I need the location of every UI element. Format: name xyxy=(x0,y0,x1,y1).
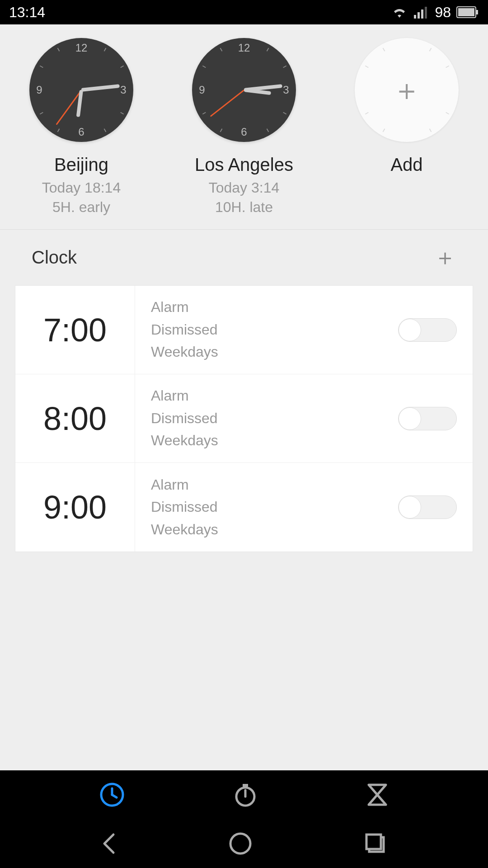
alarm-time: 7:00 xyxy=(15,286,135,374)
svg-rect-2 xyxy=(421,9,423,19)
add-world-clock-button[interactable]: ＋ Add xyxy=(339,38,474,216)
svg-rect-6 xyxy=(476,10,478,14)
alarm-status: Dismissed xyxy=(151,407,382,430)
battery-percent: 98 xyxy=(435,4,451,21)
nav-bar xyxy=(0,819,488,868)
tab-stopwatch[interactable] xyxy=(233,782,258,807)
toggle-knob xyxy=(399,319,421,341)
alarm-list: 7:00 Alarm Dismissed Weekdays 8:00 Alarm… xyxy=(15,285,473,552)
svg-point-13 xyxy=(230,834,250,854)
minute-hand xyxy=(81,84,120,92)
alarm-info: Alarm Dismissed Weekdays xyxy=(135,286,382,374)
city-offset: 5H. early xyxy=(52,199,110,216)
alarm-toggle[interactable] xyxy=(398,318,457,342)
alarm-repeat: Weekdays xyxy=(151,341,382,363)
svg-rect-0 xyxy=(414,15,416,19)
alarm-toggle[interactable] xyxy=(398,407,457,430)
alarm-row[interactable]: 8:00 Alarm Dismissed Weekdays xyxy=(15,374,473,463)
alarm-repeat: Weekdays xyxy=(151,519,382,541)
svg-rect-1 xyxy=(418,12,420,19)
svg-line-9 xyxy=(112,795,117,797)
alarm-toggle-wrap xyxy=(382,463,473,552)
status-icons: 98 xyxy=(391,4,479,21)
alarm-row[interactable]: 7:00 Alarm Dismissed Weekdays xyxy=(15,286,473,374)
alarm-time: 8:00 xyxy=(15,374,135,462)
world-clocks-section: 12 3 6 9 Beijing Today 18:14 5H. early 1… xyxy=(0,24,488,230)
plus-icon: ＋ xyxy=(392,71,421,110)
tab-bar xyxy=(0,770,488,819)
add-label: Add xyxy=(390,155,422,175)
toggle-knob xyxy=(399,496,421,519)
alarm-status: Dismissed xyxy=(151,319,382,341)
alarm-row[interactable]: 9:00 Alarm Dismissed Weekdays xyxy=(15,463,473,552)
alarm-label: Alarm xyxy=(151,385,382,407)
signal-icon xyxy=(413,6,429,19)
svg-rect-5 xyxy=(458,8,474,16)
status-time: 13:14 xyxy=(9,4,45,21)
alarm-repeat: Weekdays xyxy=(151,429,382,452)
alarm-status: Dismissed xyxy=(151,496,382,519)
city-time: Today 3:14 xyxy=(209,179,280,196)
tab-clock[interactable] xyxy=(99,782,125,807)
tab-timer[interactable] xyxy=(366,782,389,807)
nav-recents[interactable] xyxy=(363,831,388,856)
add-clock-face: ＋ xyxy=(355,38,459,142)
status-bar: 13:14 98 xyxy=(0,0,488,24)
city-name: Beijing xyxy=(54,155,108,175)
nav-back[interactable] xyxy=(100,831,118,856)
city-offset: 10H. late xyxy=(215,199,273,216)
svg-rect-3 xyxy=(425,7,427,19)
clock-header: Clock ＋ xyxy=(0,230,488,285)
alarm-toggle-wrap xyxy=(382,286,473,374)
alarm-toggle-wrap xyxy=(382,374,473,462)
city-time: Today 18:14 xyxy=(42,179,121,196)
alarm-label: Alarm xyxy=(151,296,382,319)
add-alarm-button[interactable]: ＋ xyxy=(434,242,456,273)
svg-rect-12 xyxy=(243,784,248,787)
nav-home[interactable] xyxy=(228,831,253,856)
section-title: Clock xyxy=(32,247,77,268)
wifi-icon xyxy=(391,6,408,19)
second-hand xyxy=(210,90,244,117)
city-name: Los Angeles xyxy=(195,155,293,175)
clock-face: 12 3 6 9 xyxy=(29,38,133,142)
world-clock-beijing[interactable]: 12 3 6 9 Beijing Today 18:14 5H. early xyxy=(14,38,149,216)
battery-icon xyxy=(456,6,479,18)
toggle-knob xyxy=(399,407,421,430)
alarm-info: Alarm Dismissed Weekdays xyxy=(135,374,382,462)
alarm-time: 9:00 xyxy=(15,463,135,552)
alarm-info: Alarm Dismissed Weekdays xyxy=(135,463,382,552)
svg-rect-15 xyxy=(366,835,381,849)
alarm-toggle[interactable] xyxy=(398,495,457,519)
world-clock-losangeles[interactable]: 12 3 6 9 Los Angeles Today 3:14 10H. lat… xyxy=(176,38,312,216)
clock-face: 12 3 6 9 xyxy=(192,38,296,142)
alarm-label: Alarm xyxy=(151,474,382,496)
